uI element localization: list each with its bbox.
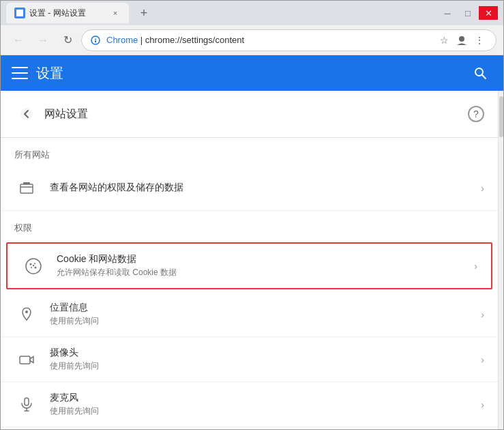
location-chevron: › xyxy=(481,309,484,320)
camera-title: 摄像头 xyxy=(50,347,481,359)
bookmark-icon[interactable]: ☆ xyxy=(436,32,452,48)
refresh-button[interactable]: ↻ xyxy=(57,29,78,51)
svg-point-14 xyxy=(33,264,34,266)
address-path: chrome://settings/content xyxy=(145,35,244,45)
all-sites-text: 查看各网站的权限及储存的数据 xyxy=(50,182,481,195)
camera-text: 摄像头 使用前先询问 xyxy=(50,347,481,372)
titlebar: 设置 - 网站设置 × + ─ □ ✕ xyxy=(1,1,503,25)
permissions-label: 权限 xyxy=(1,211,498,240)
content-area: 网站设置 ? 所有网站 xyxy=(1,91,503,429)
location-text: 位置信息 使用前先询问 xyxy=(50,302,481,327)
scrollbar-thumb[interactable] xyxy=(499,96,503,137)
svg-line-5 xyxy=(482,75,486,78)
menu-line-1 xyxy=(12,67,28,68)
forward-button[interactable]: → xyxy=(32,29,54,51)
svg-point-12 xyxy=(31,267,32,268)
cookies-text: Cookie 和网站数据 允许网站保存和读取 Cookie 数据 xyxy=(57,253,474,278)
svg-rect-16 xyxy=(20,356,30,364)
camera-icon xyxy=(14,347,39,372)
menu-line-3 xyxy=(12,78,28,79)
camera-chevron: › xyxy=(481,354,484,365)
cookie-icon xyxy=(21,254,46,278)
location-item[interactable]: 位置信息 使用前先询问 › xyxy=(1,292,498,337)
svg-rect-2 xyxy=(95,40,96,43)
menu-line-2 xyxy=(12,72,28,74)
all-sites-label: 所有网站 xyxy=(1,138,498,167)
search-button[interactable] xyxy=(468,61,492,85)
menu-icon[interactable]: ⋮ xyxy=(471,32,488,48)
all-sites-title: 查看各网站的权限及储存的数据 xyxy=(50,182,481,194)
secure-icon xyxy=(90,35,101,46)
location-title: 位置信息 xyxy=(50,302,481,314)
app-title: 设置 xyxy=(36,64,63,83)
svg-point-6 xyxy=(20,108,33,120)
svg-point-1 xyxy=(95,38,96,40)
browser-window: 设置 - 网站设置 × + ─ □ ✕ ← → ↻ xyxy=(0,0,504,430)
cookies-title: Cookie 和网站数据 xyxy=(57,253,474,266)
location-subtitle: 使用前先询问 xyxy=(50,315,481,327)
close-button[interactable]: ✕ xyxy=(479,6,498,20)
address-bar[interactable]: Chrome | chrome://settings/content ☆ ⋮ xyxy=(81,29,496,51)
tab-favicon xyxy=(14,8,25,18)
help-icon-button[interactable]: ? xyxy=(468,106,484,122)
cookies-item[interactable]: Cookie 和网站数据 允许网站保存和读取 Cookie 数据 › xyxy=(6,242,492,289)
address-chrome: Chrome xyxy=(106,35,138,45)
cookies-subtitle: 允许网站保存和读取 Cookie 数据 xyxy=(57,267,474,278)
maximize-button[interactable]: □ xyxy=(458,6,477,20)
all-sites-icon xyxy=(14,176,39,201)
svg-point-3 xyxy=(459,36,464,42)
svg-point-11 xyxy=(34,263,35,264)
microphone-subtitle: 使用前先询问 xyxy=(50,405,481,417)
camera-subtitle: 使用前先询问 xyxy=(50,360,481,372)
hamburger-menu-button[interactable] xyxy=(12,67,28,79)
section-header: 网站设置 ? xyxy=(1,91,498,138)
tab-close-button[interactable]: × xyxy=(110,8,121,18)
location-icon xyxy=(14,302,39,327)
minimize-button[interactable]: ─ xyxy=(438,6,457,20)
profile-icon[interactable] xyxy=(454,32,470,48)
svg-point-13 xyxy=(35,266,37,268)
main-content: 网站设置 ? 所有网站 xyxy=(1,91,498,429)
address-separator: | xyxy=(138,35,145,45)
active-tab[interactable]: 设置 - 网站设置 × xyxy=(6,3,129,23)
svg-point-10 xyxy=(30,263,32,265)
camera-item[interactable]: 摄像头 使用前先询问 › xyxy=(1,337,498,382)
cookies-chevron: › xyxy=(474,261,477,272)
navbar: ← → ↻ Chrome | chrome://settings/content… xyxy=(1,25,503,55)
microphone-item[interactable]: 麦克风 使用前先询问 › xyxy=(1,382,498,427)
all-sites-item[interactable]: 查看各网站的权限及储存的数据 › xyxy=(1,167,498,211)
svg-rect-8 xyxy=(23,182,30,184)
back-nav-button[interactable] xyxy=(14,102,39,126)
svg-rect-7 xyxy=(20,184,33,193)
microphone-icon xyxy=(14,392,39,417)
microphone-text: 麦克风 使用前先询问 xyxy=(50,392,481,417)
section-title: 网站设置 xyxy=(44,107,468,121)
address-actions: ☆ ⋮ xyxy=(436,32,488,48)
address-text: Chrome | chrome://settings/content xyxy=(106,35,430,45)
svg-point-15 xyxy=(25,311,28,313)
window-controls: ─ □ ✕ xyxy=(438,6,498,20)
microphone-chevron: › xyxy=(481,399,484,410)
new-tab-button[interactable]: + xyxy=(134,3,153,23)
scrollbar-track[interactable] xyxy=(498,91,503,429)
page-inner: 网站设置 ? 所有网站 xyxy=(1,91,498,427)
back-button[interactable]: ← xyxy=(8,29,29,51)
appbar: 设置 xyxy=(1,55,503,91)
tab-title: 设置 - 网站设置 xyxy=(29,8,106,19)
all-sites-chevron: › xyxy=(481,183,484,194)
microphone-title: 麦克风 xyxy=(50,392,481,404)
svg-rect-17 xyxy=(25,398,29,405)
